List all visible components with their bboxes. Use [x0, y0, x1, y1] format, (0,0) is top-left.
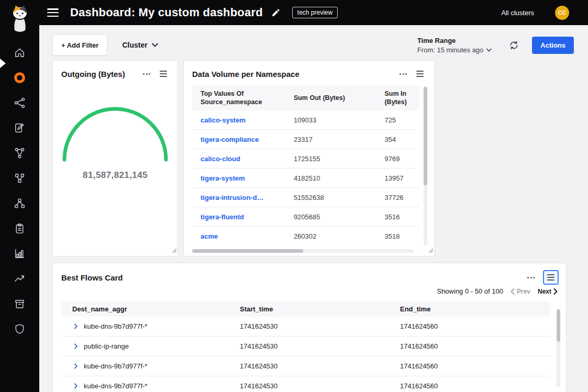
card-title: Data Volume per Namespace — [192, 70, 396, 79]
horizontal-scrollbar[interactable] — [192, 249, 414, 253]
edit-dashboard-title-icon[interactable] — [271, 8, 281, 17]
end-time-value: 1741624560 — [400, 356, 550, 376]
expand-row-chevron-icon[interactable] — [72, 363, 79, 369]
reports-icon — [14, 222, 26, 234]
sum-in-value: 3518 — [376, 227, 419, 246]
sidebar-item-bar-chart[interactable] — [0, 241, 39, 266]
sidebar-item-storage[interactable] — [0, 291, 39, 316]
sidebar-item-trend[interactable] — [0, 266, 39, 291]
flow-table-row[interactable]: kube-dns-9b7d977f-*17416245301741624560 — [62, 376, 550, 392]
namespace-table-row: tigera-system418251013957 — [192, 169, 419, 188]
end-time-value: 1741624560 — [400, 317, 550, 337]
column-header: End_time — [400, 301, 550, 317]
namespace-link[interactable]: tigera-system — [201, 174, 245, 182]
all-clusters-selector[interactable]: All clusters — [501, 9, 534, 17]
sidebar-item-home[interactable] — [0, 40, 39, 65]
namespace-table-body: calico-system109033725tigera-compliance2… — [192, 110, 419, 245]
sidebar-nav — [0, 40, 39, 341]
prev-page-button[interactable]: Prev — [511, 288, 530, 295]
refresh-button[interactable] — [505, 39, 523, 51]
chevron-right-icon — [553, 288, 558, 295]
refresh-icon — [508, 40, 519, 51]
sum-out-value: 9205685 — [285, 207, 376, 227]
time-range-label: Time Range — [417, 37, 492, 44]
namespace-link[interactable]: acme — [201, 232, 218, 240]
card-title: Outgoing (Bytes) — [61, 70, 140, 79]
resize-handle-icon[interactable] — [428, 245, 433, 255]
vertical-scrollbar[interactable] — [424, 86, 427, 245]
sidebar-item-network[interactable] — [0, 140, 39, 165]
sidebar-item-dashboard[interactable] — [0, 65, 39, 90]
card-menu-icon[interactable] — [140, 70, 153, 78]
namespace-table: Top Values Of Source_namespace Sum Out (… — [192, 86, 419, 245]
namespace-link[interactable]: tigera-compliance — [201, 136, 259, 143]
sidebar-item-reports[interactable] — [0, 216, 39, 241]
card-drag-handle-icon[interactable] — [413, 68, 427, 80]
flow-table-row[interactable]: kube-dns-9b7d977f-*17416245301741624560 — [62, 317, 550, 337]
card-menu-icon[interactable] — [524, 274, 538, 282]
sidebar-item-topology[interactable] — [0, 165, 39, 191]
start-time-value: 1741624530 — [240, 337, 400, 356]
tech-preview-badge: tech preview — [292, 7, 338, 18]
cluster-dropdown[interactable]: Cluster — [119, 40, 161, 50]
resize-handle-icon[interactable] — [171, 245, 176, 255]
namespace-table-row: tigera-intrusion-d…5155263837726 — [192, 188, 419, 207]
namespace-link[interactable]: calico-cloud — [201, 155, 240, 163]
namespace-table-row: tigera-fluentd92056853516 — [192, 207, 419, 227]
namespace-link[interactable]: calico-system — [201, 116, 246, 124]
flow-table-row[interactable]: kube-dns-9b7d977f-*17416245301741624560 — [62, 356, 550, 376]
namespace-link[interactable]: tigera-fluentd — [201, 213, 244, 221]
column-header: Start_time — [240, 301, 400, 317]
topology-icon — [14, 172, 26, 184]
table-header-row: Dest_name_aggr Start_time End_time — [62, 301, 550, 317]
card-drag-handle-icon[interactable] — [157, 68, 170, 80]
vertical-scrollbar[interactable] — [557, 309, 560, 387]
sum-in-value: 725 — [376, 110, 419, 130]
sidebar-item-cluster[interactable] — [0, 191, 39, 216]
sum-out-value: 23317 — [285, 130, 376, 149]
actions-button[interactable]: Actions — [532, 37, 574, 54]
flow-table-row[interactable]: public-ip-range17416245301741624560 — [62, 337, 550, 356]
service-graph-icon — [14, 97, 26, 109]
add-filter-button[interactable]: + Add Filter — [52, 35, 107, 55]
prev-label: Prev — [517, 288, 530, 295]
next-label: Next — [538, 288, 551, 295]
expand-row-chevron-icon[interactable] — [72, 323, 79, 330]
sum-out-value: 1725155 — [285, 149, 376, 169]
next-page-button[interactable]: Next — [538, 288, 558, 295]
sum-in-value: 13957 — [376, 169, 419, 188]
sum-in-value: 37726 — [376, 188, 419, 207]
card-title: Best Flows Card — [61, 273, 524, 282]
calico-cat-logo[interactable] — [9, 4, 30, 37]
column-header: Sum Out (Bytes) — [285, 86, 376, 110]
sidebar-item-policies[interactable] — [0, 115, 39, 140]
card-drag-handle-icon-selected[interactable] — [543, 270, 559, 285]
sum-out-value: 4182510 — [285, 169, 376, 188]
gauge-chart: 81,587,821,145 — [53, 106, 177, 181]
menu-hamburger-icon[interactable] — [47, 8, 59, 17]
gauge-arc — [61, 106, 170, 162]
flows-table-body: kube-dns-9b7d977f-*17416245301741624560p… — [62, 317, 550, 392]
expand-row-chevron-icon[interactable] — [72, 383, 79, 389]
column-header: Dest_name_aggr — [62, 301, 240, 317]
expand-row-chevron-icon[interactable] — [72, 343, 79, 350]
home-icon — [14, 47, 26, 59]
data-volume-card: Data Volume per Namespace Top Values Of … — [183, 60, 435, 256]
dest-name-value: public-ip-range — [84, 342, 129, 350]
sum-in-value: 3516 — [376, 207, 419, 227]
outgoing-bytes-card: Outgoing (Bytes) 81,587,821,145 — [52, 60, 178, 256]
bar-chart-icon — [14, 248, 26, 260]
sum-out-value: 51552638 — [285, 188, 376, 207]
namespace-link[interactable]: tigera-intrusion-d… — [201, 194, 264, 201]
start-time-value: 1741624530 — [240, 317, 400, 337]
card-menu-icon[interactable] — [396, 70, 410, 78]
user-avatar[interactable]: CC — [555, 6, 569, 20]
time-range-value-text: From: 15 minutes ago — [417, 46, 483, 54]
sidebar-item-service-graph[interactable] — [0, 90, 39, 115]
filter-toolbar: + Add Filter Cluster Time Range From: 15… — [52, 34, 574, 56]
sidebar-item-shield[interactable] — [0, 316, 39, 341]
time-range-value[interactable]: From: 15 minutes ago — [417, 46, 492, 54]
namespace-table-row: acme2603023518 — [192, 227, 419, 246]
chevron-down-icon — [486, 48, 492, 52]
namespace-table-row: calico-cloud17251559769 — [192, 149, 419, 169]
